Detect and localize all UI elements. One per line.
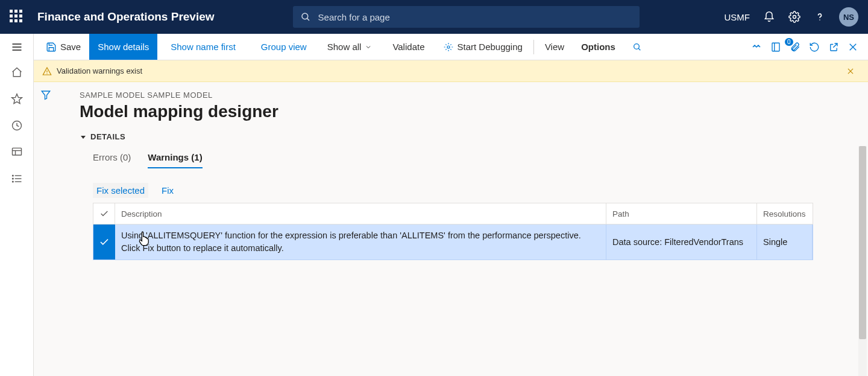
svg-marker-14 — [11, 94, 22, 104]
select-all-checkbox[interactable] — [93, 203, 115, 224]
svg-point-2 — [793, 16, 796, 19]
tab-errors[interactable]: Errors (0) — [93, 152, 131, 168]
cell-description: Using 'ALLITEMSQUERY' function for the e… — [115, 225, 606, 260]
table-row[interactable]: Using 'ALLITEMSQUERY' function for the e… — [93, 225, 813, 260]
vertical-scrollbar[interactable] — [858, 146, 867, 376]
rail-favorites-button[interactable] — [11, 93, 23, 105]
scrollbar-thumb[interactable] — [859, 146, 866, 339]
chevron-down-icon — [365, 43, 372, 51]
left-rail — [0, 60, 34, 376]
refresh-icon — [809, 42, 820, 53]
warnings-actions: Fix selected Fix — [93, 183, 868, 198]
svg-point-8 — [634, 43, 639, 49]
svg-point-22 — [12, 175, 13, 176]
office-icon[interactable] — [770, 42, 781, 53]
flow-icon[interactable] — [751, 42, 762, 53]
show-details-button[interactable]: Show details — [89, 34, 157, 60]
star-icon — [11, 93, 23, 105]
details-tabs: Errors (0) Warnings (1) — [93, 152, 868, 168]
options-menu[interactable]: Options — [573, 34, 624, 60]
user-avatar[interactable]: NS — [839, 7, 858, 27]
fix-button[interactable]: Fix — [158, 183, 177, 198]
settings-icon[interactable] — [788, 11, 800, 23]
row-checkbox[interactable] — [93, 225, 115, 260]
global-header: Finance and Operations Preview USMF NS — [0, 0, 868, 34]
rail-modules-button[interactable] — [11, 173, 23, 185]
command-bar: Save Show details Show name first Group … — [0, 34, 868, 60]
attachments-badge: 0 — [785, 38, 793, 46]
filter-rail — [34, 82, 58, 376]
svg-line-9 — [638, 48, 640, 50]
show-all-dropdown[interactable]: Show all — [319, 34, 381, 60]
check-icon — [99, 237, 110, 247]
search-input[interactable] — [318, 12, 632, 22]
debug-icon — [444, 42, 453, 52]
notifications-icon[interactable] — [763, 11, 775, 23]
svg-rect-16 — [12, 148, 21, 155]
cell-resolutions: Single — [757, 225, 813, 260]
view-menu[interactable]: View — [536, 34, 573, 60]
help-icon[interactable] — [814, 11, 826, 23]
svg-point-7 — [447, 46, 450, 48]
column-header-description[interactable]: Description — [115, 203, 606, 224]
clock-icon — [11, 119, 23, 132]
check-icon — [99, 209, 109, 218]
rail-recent-button[interactable] — [11, 119, 23, 132]
validate-button[interactable]: Validate — [384, 34, 433, 60]
start-debugging-button[interactable]: Start Debugging — [435, 34, 530, 60]
breadcrumb: SAMPLE MODEL SAMPLE MODEL — [80, 91, 868, 100]
banner-text: Validation warnings exist — [57, 66, 142, 75]
svg-marker-30 — [81, 136, 86, 139]
refresh-button[interactable] — [809, 42, 820, 53]
list-icon — [11, 173, 23, 185]
page-title: Model mapping designer — [80, 102, 868, 121]
svg-line-1 — [307, 18, 309, 21]
app-launcher-icon[interactable] — [10, 10, 24, 24]
filter-icon[interactable] — [40, 89, 51, 100]
global-search[interactable] — [293, 6, 640, 28]
svg-point-26 — [46, 73, 47, 74]
page-main: SAMPLE MODEL SAMPLE MODEL Model mapping … — [58, 82, 868, 376]
find-button[interactable] — [624, 34, 650, 60]
svg-rect-10 — [772, 43, 779, 51]
app-title: Finance and Operations Preview — [37, 10, 215, 24]
rail-workspaces-button[interactable] — [11, 146, 23, 158]
save-button[interactable]: Save — [34, 34, 89, 60]
group-view-button[interactable]: Group view — [253, 34, 315, 60]
caret-down-icon — [80, 133, 87, 141]
save-label: Save — [60, 42, 81, 52]
cell-path: Data source: FilteredVendorTrans — [606, 225, 757, 260]
svg-point-23 — [12, 178, 13, 179]
nav-collapse-button[interactable] — [0, 34, 34, 60]
workspace-icon — [11, 146, 23, 158]
show-name-first-button[interactable]: Show name first — [162, 34, 244, 60]
attachments-button[interactable]: 0 — [790, 42, 800, 53]
content-area: Validation warnings exist SAMPLE MODEL S… — [34, 60, 868, 376]
svg-point-24 — [12, 181, 13, 182]
home-icon — [11, 66, 23, 78]
close-icon — [846, 67, 855, 75]
svg-point-0 — [302, 13, 308, 19]
company-picker[interactable]: USMF — [725, 12, 750, 22]
grid-header-row: Description Path Resolutions — [93, 203, 813, 225]
fix-selected-button[interactable]: Fix selected — [93, 183, 148, 198]
hamburger-icon — [11, 41, 23, 53]
search-icon — [300, 11, 311, 22]
column-header-path[interactable]: Path — [606, 203, 757, 224]
details-section-toggle[interactable]: DETAILS — [80, 132, 868, 141]
popout-icon — [828, 42, 839, 53]
svg-marker-29 — [42, 91, 50, 100]
save-icon — [46, 42, 57, 53]
rail-home-button[interactable] — [11, 66, 23, 78]
close-button[interactable] — [848, 42, 858, 53]
warnings-grid: Description Path Resolutions Using 'ALLI… — [93, 203, 813, 260]
validation-warning-banner: Validation warnings exist — [34, 60, 868, 82]
tab-warnings[interactable]: Warnings (1) — [148, 152, 202, 168]
column-header-resolutions[interactable]: Resolutions — [757, 203, 813, 224]
svg-point-3 — [819, 19, 820, 21]
separator — [533, 40, 534, 54]
close-icon — [848, 42, 858, 53]
banner-close-button[interactable] — [846, 67, 860, 75]
popout-button[interactable] — [828, 42, 839, 53]
details-label: DETAILS — [90, 132, 125, 141]
